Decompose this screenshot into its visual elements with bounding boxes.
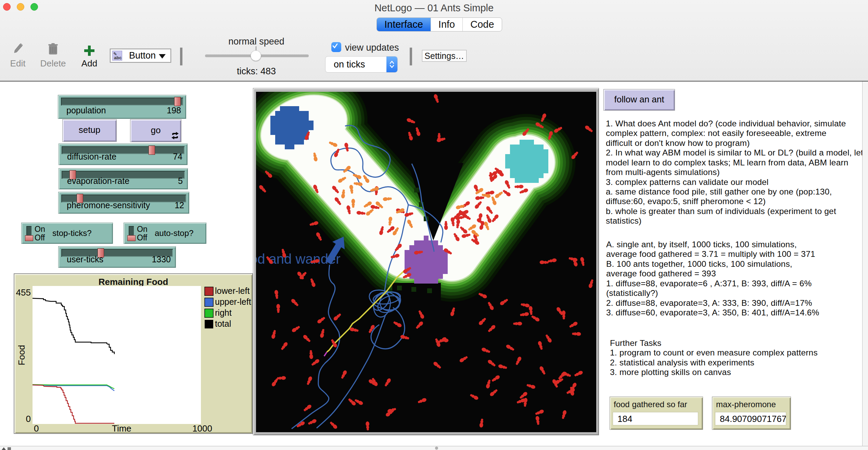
svg-text:0: 0 [26, 414, 31, 424]
svg-text:1000: 1000 [192, 423, 212, 434]
svg-text:lower-left: lower-left [215, 286, 250, 296]
svg-text:455: 455 [16, 287, 31, 298]
svg-text:total: total [215, 319, 231, 328]
svg-text:Food: Food [16, 345, 27, 365]
svg-text:0: 0 [34, 423, 39, 434]
svg-text:upper-left: upper-left [215, 297, 251, 307]
svg-text:Time: Time [112, 423, 131, 434]
svg-text:right: right [215, 308, 232, 317]
